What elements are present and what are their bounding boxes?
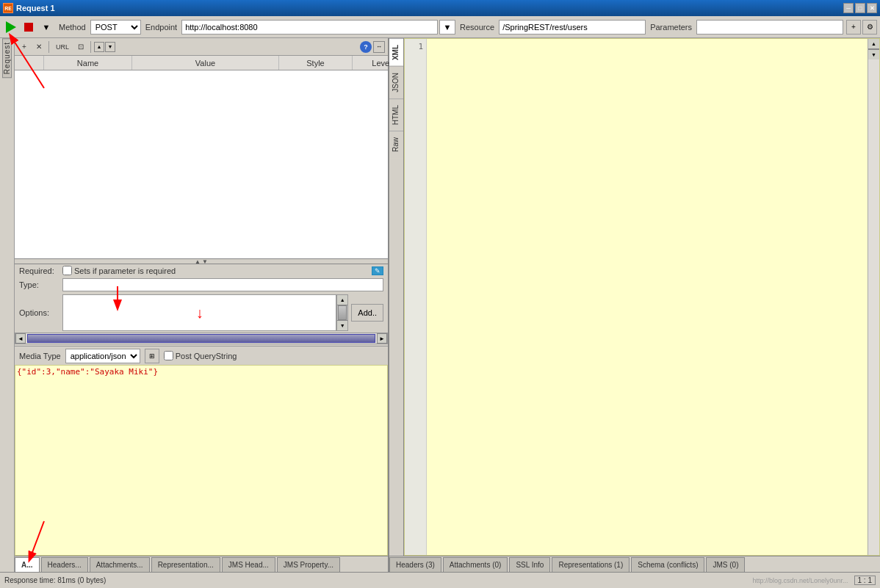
post-querystring-label[interactable]: Post QueryString: [164, 351, 237, 360]
response-sidebar: XML JSON HTML Raw: [389, 38, 404, 556]
play-button[interactable]: [3, 19, 19, 35]
left-panel: + ✕ URL ⊡ ▲ ▼ ? ↔ Name Value Style: [15, 38, 389, 572]
add-toolbar-button[interactable]: +: [846, 20, 861, 35]
v-tab-xml[interactable]: XML: [389, 38, 403, 66]
v-tab-html[interactable]: HTML: [389, 98, 403, 131]
type-label: Type:: [19, 280, 59, 289]
media-type-bar: Media Type application/json application/…: [15, 346, 388, 365]
info-button[interactable]: ?: [360, 41, 372, 53]
response-scrollbar[interactable]: ▲ ▼: [868, 39, 879, 555]
move-down-button[interactable]: ▼: [105, 42, 115, 52]
method-select[interactable]: POST GET PUT DELETE: [90, 20, 141, 35]
options-scroll-down[interactable]: ▼: [337, 320, 347, 330]
stop-button[interactable]: [21, 19, 37, 35]
media-type-label: Media Type: [19, 352, 61, 360]
media-type-select[interactable]: application/json application/xml text/pl…: [65, 349, 140, 363]
main-layout: Request + ✕ URL ⊡ ▲ ▼ ? ↔: [0, 38, 880, 572]
body-content: {"id":3,"name":"Sayaka Miki"}: [17, 367, 158, 377]
body-editor[interactable]: {"id":3,"name":"Sayaka Miki"}: [15, 365, 388, 556]
col-number: [15, 56, 44, 70]
post-querystring-checkbox[interactable]: [164, 351, 173, 360]
window-title: Request 1: [16, 4, 55, 12]
zoom-indicator: 1 : 1: [854, 576, 876, 585]
resource-input[interactable]: [499, 20, 646, 35]
param-area: Required: Sets if parameter is required …: [15, 264, 388, 556]
dropdown-button[interactable]: ▼: [38, 19, 54, 35]
right-content: XML JSON HTML Raw 1 ▲: [389, 38, 880, 556]
endpoint-dropdown[interactable]: ▼: [439, 20, 455, 35]
left-sidebar: Request: [0, 38, 15, 572]
params-label: Parameters: [650, 23, 692, 32]
right-panel: XML JSON HTML Raw 1 ▲: [389, 38, 880, 572]
app-icon: RE: [3, 3, 13, 13]
url-encode-button[interactable]: URL: [52, 40, 73, 54]
scroll-right-button[interactable]: ►: [377, 333, 387, 344]
toolbar-separator-2: [90, 41, 91, 53]
tab-jms[interactable]: JMS (0): [706, 557, 745, 572]
main-toolbar: ▼ Method POST GET PUT DELETE Endpoint ▼ …: [0, 16, 880, 38]
endpoint-input[interactable]: [181, 20, 438, 35]
required-checkbox[interactable]: [62, 266, 72, 275]
options-list: ↓: [62, 294, 336, 331]
type-row: Type:: [15, 277, 388, 293]
play-icon: [6, 21, 16, 33]
horizontal-scrollbar[interactable]: ◄ ►: [15, 333, 388, 344]
tab-response-attachments[interactable]: Attachments (0): [443, 557, 508, 572]
resource-label: Resource: [460, 23, 494, 32]
request-toolbar: + ✕ URL ⊡ ▲ ▼ ? ↔: [15, 38, 388, 56]
tab-response-headers[interactable]: Headers (3): [389, 557, 441, 572]
response-scroll-down[interactable]: ▼: [868, 49, 879, 59]
options-scroll-up[interactable]: ▲: [337, 295, 347, 305]
arrow-nav: ▲ ▼: [94, 42, 115, 52]
bottom-tabs-left: A... Headers... Attachments... Represent…: [15, 556, 388, 572]
status-bar: Response time: 81ms (0 bytes) http://blo…: [0, 572, 880, 588]
request-table-area: + ✕ URL ⊡ ▲ ▼ ? ↔ Name Value Style: [15, 38, 388, 258]
horizontal-splitter[interactable]: ▲ ▼: [15, 258, 388, 264]
options-label: Options:: [19, 308, 59, 317]
tab-headers[interactable]: Headers...: [41, 557, 88, 572]
tab-jms-head[interactable]: JMS Head...: [222, 557, 275, 572]
table-header: Name Value Style Level: [15, 56, 388, 70]
tab-a[interactable]: A...: [15, 557, 40, 572]
required-label: Required:: [19, 266, 59, 275]
tab-representations[interactable]: Representations (1): [552, 557, 630, 572]
window-controls: ─ □ ✕: [843, 3, 877, 13]
toolbar-separator: [48, 41, 49, 53]
response-scroll-up[interactable]: ▲: [868, 39, 879, 49]
v-tab-json[interactable]: JSON: [389, 66, 403, 98]
add-param-button[interactable]: +: [18, 40, 31, 54]
media-expand-button[interactable]: ⊞: [145, 349, 159, 363]
url-display: http://blog.csdn.net/Lonely0unr...: [752, 577, 848, 584]
scroll-down-indicator: ↓: [196, 305, 203, 321]
stop-icon: [24, 23, 33, 32]
scroll-thumb[interactable]: [27, 334, 375, 343]
v-tab-raw[interactable]: Raw: [389, 131, 403, 158]
line-numbers: 1: [405, 39, 427, 555]
tab-representation[interactable]: Representation...: [151, 557, 220, 572]
remove-param-button[interactable]: ✕: [32, 40, 46, 54]
title-bar: RE Request 1 ─ □ ✕: [0, 0, 880, 16]
tab-ssl-info[interactable]: SSL Info: [509, 557, 550, 572]
close-button[interactable]: ✕: [867, 3, 877, 13]
settings-toolbar-button[interactable]: ⚙: [862, 20, 877, 35]
col-style: Style: [279, 56, 353, 70]
tab-schema[interactable]: Schema (conflicts): [631, 557, 704, 572]
type-input[interactable]: [62, 278, 383, 291]
params-input[interactable]: [696, 20, 843, 35]
move-up-button[interactable]: ▲: [94, 42, 104, 52]
request-label[interactable]: Request: [2, 38, 12, 78]
response-content[interactable]: [427, 39, 879, 555]
col-value: Value: [132, 56, 279, 70]
options-scroll-thumb[interactable]: [338, 305, 347, 320]
bottom-tabs-right: Headers (3) Attachments (0) SSL Info Rep…: [389, 556, 880, 572]
tab-jms-property[interactable]: JMS Property...: [277, 557, 340, 572]
tab-attachments[interactable]: Attachments...: [90, 557, 150, 572]
expand-button[interactable]: ↔: [373, 41, 385, 53]
add-option-button[interactable]: Add..: [351, 304, 383, 322]
required-checkbox-label[interactable]: Sets if parameter is required: [62, 266, 176, 275]
col-name: Name: [44, 56, 132, 70]
clone-button[interactable]: ⊡: [74, 40, 87, 54]
scroll-left-button[interactable]: ◄: [15, 333, 26, 344]
restore-button[interactable]: □: [855, 3, 865, 13]
minimize-button[interactable]: ─: [843, 3, 854, 13]
